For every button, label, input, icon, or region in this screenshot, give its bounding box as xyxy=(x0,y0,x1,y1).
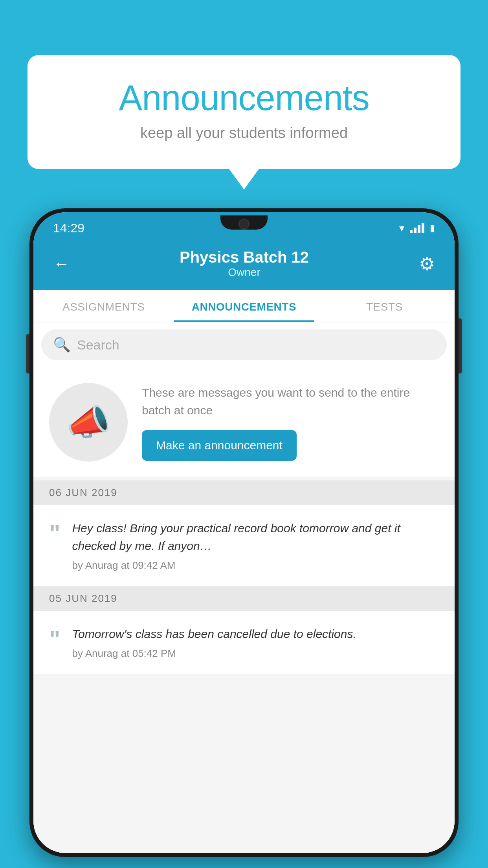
search-bar-container: 🔍 Search xyxy=(33,322,455,367)
search-placeholder: Search xyxy=(77,337,119,353)
side-button-left xyxy=(26,334,29,373)
battery-icon: ▮ xyxy=(430,223,435,234)
header-subtitle: Owner xyxy=(180,266,309,279)
signal-bars-icon xyxy=(410,223,424,233)
status-time: 14:29 xyxy=(53,221,84,235)
quote-icon-1: " xyxy=(49,522,60,545)
announcement-item-2[interactable]: " Tomorrow's class has been cancelled du… xyxy=(33,611,455,674)
signal-bar-4 xyxy=(422,223,424,233)
prompt-right: These are messages you want to send to t… xyxy=(142,384,439,461)
app-header: ← Physics Batch 12 Owner ⚙ xyxy=(33,240,455,290)
date-divider-1: 06 JUN 2019 xyxy=(33,480,455,505)
make-announcement-button[interactable]: Make an announcement xyxy=(142,430,297,461)
announcement-meta-1: by Anurag at 09:42 AM xyxy=(72,559,439,572)
speech-bubble-section: Announcements keep all your students inf… xyxy=(28,55,460,169)
settings-icon[interactable]: ⚙ xyxy=(419,253,435,274)
wifi-icon: ▾ xyxy=(399,222,404,234)
header-title: Physics Batch 12 xyxy=(180,248,309,266)
header-center: Physics Batch 12 Owner xyxy=(180,248,309,279)
side-button-right xyxy=(459,318,462,373)
phone-screen: 14:29 ▾ ▮ ← Physics Batch 12 xyxy=(33,212,455,853)
announcement-meta-2: by Anurag at 05:42 PM xyxy=(72,647,439,660)
announcement-content-1: Hey class! Bring your practical record b… xyxy=(72,519,439,572)
announcement-prompt: 📣 These are messages you want to send to… xyxy=(33,367,455,477)
tab-assignments[interactable]: ASSIGNMENTS xyxy=(33,290,174,322)
phone-wrapper: 14:29 ▾ ▮ ← Physics Batch 12 xyxy=(29,208,459,868)
megaphone-circle: 📣 xyxy=(49,383,128,462)
quote-icon-2: " xyxy=(49,627,60,651)
announcement-text-2: Tomorrow's class has been cancelled due … xyxy=(72,625,439,643)
phone-camera xyxy=(238,219,250,230)
phone-mockup: 14:29 ▾ ▮ ← Physics Batch 12 xyxy=(29,208,459,857)
announcement-content-2: Tomorrow's class has been cancelled due … xyxy=(72,625,439,660)
back-button[interactable]: ← xyxy=(53,254,70,273)
announcement-item-1[interactable]: " Hey class! Bring your practical record… xyxy=(33,505,455,586)
tab-announcements[interactable]: ANNOUNCEMENTS xyxy=(174,290,314,322)
phone-notch xyxy=(220,215,268,230)
bubble-title: Announcements xyxy=(59,79,429,118)
announcement-text-1: Hey class! Bring your practical record b… xyxy=(72,519,439,555)
megaphone-icon: 📣 xyxy=(66,402,110,443)
content-area: 🔍 Search 📣 These are messages you want t… xyxy=(33,322,455,853)
date-divider-2: 05 JUN 2019 xyxy=(33,586,455,611)
prompt-description: These are messages you want to send to t… xyxy=(142,384,439,419)
speech-bubble-card: Announcements keep all your students inf… xyxy=(28,55,460,169)
signal-bar-3 xyxy=(418,225,420,233)
tab-bar: ASSIGNMENTS ANNOUNCEMENTS TESTS xyxy=(33,290,455,322)
search-icon: 🔍 xyxy=(53,337,71,353)
status-icons: ▾ ▮ xyxy=(399,222,435,234)
tab-tests[interactable]: TESTS xyxy=(314,290,455,322)
bubble-subtitle: keep all your students informed xyxy=(59,125,429,142)
search-bar[interactable]: 🔍 Search xyxy=(41,329,447,360)
signal-bar-2 xyxy=(414,228,416,233)
signal-bar-1 xyxy=(410,230,413,233)
